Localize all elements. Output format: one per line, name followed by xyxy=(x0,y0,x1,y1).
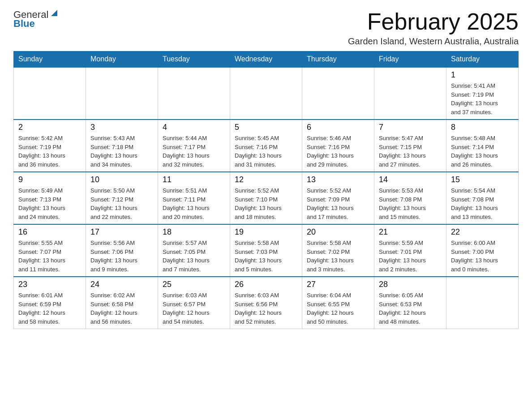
calendar-cell xyxy=(158,67,230,120)
calendar-cell: 23Sunrise: 6:01 AMSunset: 6:59 PMDayligh… xyxy=(14,277,86,329)
calendar-cell: 12Sunrise: 5:52 AMSunset: 7:10 PMDayligh… xyxy=(230,172,302,224)
day-info: Sunrise: 5:46 AMSunset: 7:16 PMDaylight:… xyxy=(307,134,369,169)
calendar-table: SundayMondayTuesdayWednesdayThursdayFrid… xyxy=(13,51,519,329)
title-section: February 2025 Garden Island, Western Aus… xyxy=(348,9,519,47)
day-info: Sunrise: 5:59 AMSunset: 7:01 PMDaylight:… xyxy=(379,239,442,274)
calendar-cell: 3Sunrise: 5:43 AMSunset: 7:18 PMDaylight… xyxy=(86,120,158,172)
calendar-header-row: SundayMondayTuesdayWednesdayThursdayFrid… xyxy=(14,51,519,68)
calendar-cell: 17Sunrise: 5:56 AMSunset: 7:06 PMDayligh… xyxy=(86,224,158,277)
day-number: 13 xyxy=(307,175,369,184)
day-number: 27 xyxy=(307,280,369,289)
day-number: 25 xyxy=(163,280,225,289)
day-info: Sunrise: 5:52 AMSunset: 7:09 PMDaylight:… xyxy=(307,186,369,221)
calendar-week-row: 2Sunrise: 5:42 AMSunset: 7:19 PMDaylight… xyxy=(14,120,519,172)
calendar-cell: 2Sunrise: 5:42 AMSunset: 7:19 PMDaylight… xyxy=(14,120,86,172)
day-info: Sunrise: 6:04 AMSunset: 6:55 PMDaylight:… xyxy=(307,291,369,326)
day-number: 11 xyxy=(163,175,225,184)
day-number: 26 xyxy=(235,280,297,289)
day-number: 20 xyxy=(307,227,369,237)
day-number: 15 xyxy=(451,175,514,184)
day-number: 28 xyxy=(379,280,442,289)
day-info: Sunrise: 6:02 AMSunset: 6:58 PMDaylight:… xyxy=(90,291,153,326)
day-info: Sunrise: 5:43 AMSunset: 7:18 PMDaylight:… xyxy=(90,134,153,169)
day-info: Sunrise: 5:41 AMSunset: 7:19 PMDaylight:… xyxy=(451,81,514,116)
weekday-header-thursday: Thursday xyxy=(302,51,374,68)
weekday-header-saturday: Saturday xyxy=(446,51,519,68)
calendar-cell: 19Sunrise: 5:58 AMSunset: 7:03 PMDayligh… xyxy=(230,224,302,277)
day-info: Sunrise: 5:47 AMSunset: 7:15 PMDaylight:… xyxy=(379,134,442,169)
page-title: February 2025 xyxy=(348,9,519,34)
calendar-cell: 11Sunrise: 5:51 AMSunset: 7:11 PMDayligh… xyxy=(158,172,230,224)
calendar-cell: 1Sunrise: 5:41 AMSunset: 7:19 PMDaylight… xyxy=(446,67,519,120)
calendar-week-row: 9Sunrise: 5:49 AMSunset: 7:13 PMDaylight… xyxy=(14,172,519,224)
calendar-cell: 10Sunrise: 5:50 AMSunset: 7:12 PMDayligh… xyxy=(86,172,158,224)
weekday-header-friday: Friday xyxy=(374,51,446,68)
day-info: Sunrise: 5:57 AMSunset: 7:05 PMDaylight:… xyxy=(163,239,225,274)
day-number: 9 xyxy=(18,175,81,184)
calendar-cell xyxy=(446,277,519,329)
calendar-cell: 27Sunrise: 6:04 AMSunset: 6:55 PMDayligh… xyxy=(302,277,374,329)
day-info: Sunrise: 5:52 AMSunset: 7:10 PMDaylight:… xyxy=(235,186,297,221)
day-info: Sunrise: 6:01 AMSunset: 6:59 PMDaylight:… xyxy=(18,291,81,326)
logo-triangle-icon xyxy=(49,8,59,18)
weekday-header-sunday: Sunday xyxy=(14,51,86,68)
day-number: 21 xyxy=(379,227,442,237)
day-number: 19 xyxy=(235,227,297,237)
day-number: 16 xyxy=(18,227,81,237)
calendar-cell: 18Sunrise: 5:57 AMSunset: 7:05 PMDayligh… xyxy=(158,224,230,277)
calendar-cell xyxy=(230,67,302,120)
calendar-cell xyxy=(302,67,374,120)
calendar-cell: 22Sunrise: 6:00 AMSunset: 7:00 PMDayligh… xyxy=(446,224,519,277)
day-info: Sunrise: 6:03 AMSunset: 6:57 PMDaylight:… xyxy=(163,291,225,326)
day-info: Sunrise: 5:55 AMSunset: 7:07 PMDaylight:… xyxy=(18,239,81,274)
calendar-cell xyxy=(374,67,446,120)
day-number: 1 xyxy=(451,70,514,80)
day-info: Sunrise: 6:03 AMSunset: 6:56 PMDaylight:… xyxy=(235,291,297,326)
day-info: Sunrise: 5:45 AMSunset: 7:16 PMDaylight:… xyxy=(235,134,297,169)
day-info: Sunrise: 5:54 AMSunset: 7:08 PMDaylight:… xyxy=(451,186,514,221)
day-info: Sunrise: 5:56 AMSunset: 7:06 PMDaylight:… xyxy=(90,239,153,274)
calendar-cell: 9Sunrise: 5:49 AMSunset: 7:13 PMDaylight… xyxy=(14,172,86,224)
day-number: 17 xyxy=(90,227,153,237)
day-number: 22 xyxy=(451,227,514,237)
day-info: Sunrise: 5:44 AMSunset: 7:17 PMDaylight:… xyxy=(163,134,225,169)
calendar-cell: 25Sunrise: 6:03 AMSunset: 6:57 PMDayligh… xyxy=(158,277,230,329)
calendar-cell: 16Sunrise: 5:55 AMSunset: 7:07 PMDayligh… xyxy=(14,224,86,277)
calendar-cell: 8Sunrise: 5:48 AMSunset: 7:14 PMDaylight… xyxy=(446,120,519,172)
day-number: 3 xyxy=(90,123,153,132)
calendar-week-row: 1Sunrise: 5:41 AMSunset: 7:19 PMDaylight… xyxy=(14,67,519,120)
day-number: 5 xyxy=(235,123,297,132)
calendar-week-row: 23Sunrise: 6:01 AMSunset: 6:59 PMDayligh… xyxy=(14,277,519,329)
day-number: 18 xyxy=(163,227,225,237)
day-info: Sunrise: 5:58 AMSunset: 7:03 PMDaylight:… xyxy=(235,239,297,274)
day-number: 24 xyxy=(90,280,153,289)
weekday-header-wednesday: Wednesday xyxy=(230,51,302,68)
calendar-cell: 28Sunrise: 6:05 AMSunset: 6:53 PMDayligh… xyxy=(374,277,446,329)
day-number: 6 xyxy=(307,123,369,132)
weekday-header-tuesday: Tuesday xyxy=(158,51,230,68)
calendar-cell: 21Sunrise: 5:59 AMSunset: 7:01 PMDayligh… xyxy=(374,224,446,277)
day-number: 23 xyxy=(18,280,81,289)
logo-blue-text: Blue xyxy=(13,18,35,30)
calendar-cell: 14Sunrise: 5:53 AMSunset: 7:08 PMDayligh… xyxy=(374,172,446,224)
day-number: 7 xyxy=(379,123,442,132)
svg-marker-0 xyxy=(51,10,57,16)
calendar-cell xyxy=(14,67,86,120)
page-subtitle: Garden Island, Western Australia, Austra… xyxy=(348,36,519,47)
day-info: Sunrise: 6:05 AMSunset: 6:53 PMDaylight:… xyxy=(379,291,442,326)
calendar-cell: 7Sunrise: 5:47 AMSunset: 7:15 PMDaylight… xyxy=(374,120,446,172)
day-info: Sunrise: 5:58 AMSunset: 7:02 PMDaylight:… xyxy=(307,239,369,274)
day-info: Sunrise: 5:50 AMSunset: 7:12 PMDaylight:… xyxy=(90,186,153,221)
day-info: Sunrise: 5:48 AMSunset: 7:14 PMDaylight:… xyxy=(451,134,514,169)
calendar-cell: 15Sunrise: 5:54 AMSunset: 7:08 PMDayligh… xyxy=(446,172,519,224)
calendar-cell xyxy=(86,67,158,120)
day-number: 10 xyxy=(90,175,153,184)
day-number: 8 xyxy=(451,123,514,132)
day-info: Sunrise: 6:00 AMSunset: 7:00 PMDaylight:… xyxy=(451,239,514,274)
day-number: 14 xyxy=(379,175,442,184)
calendar-cell: 26Sunrise: 6:03 AMSunset: 6:56 PMDayligh… xyxy=(230,277,302,329)
day-info: Sunrise: 5:53 AMSunset: 7:08 PMDaylight:… xyxy=(379,186,442,221)
page-header: General Blue February 2025 Garden Island… xyxy=(13,9,519,47)
logo: General Blue xyxy=(13,9,59,30)
calendar-cell: 6Sunrise: 5:46 AMSunset: 7:16 PMDaylight… xyxy=(302,120,374,172)
